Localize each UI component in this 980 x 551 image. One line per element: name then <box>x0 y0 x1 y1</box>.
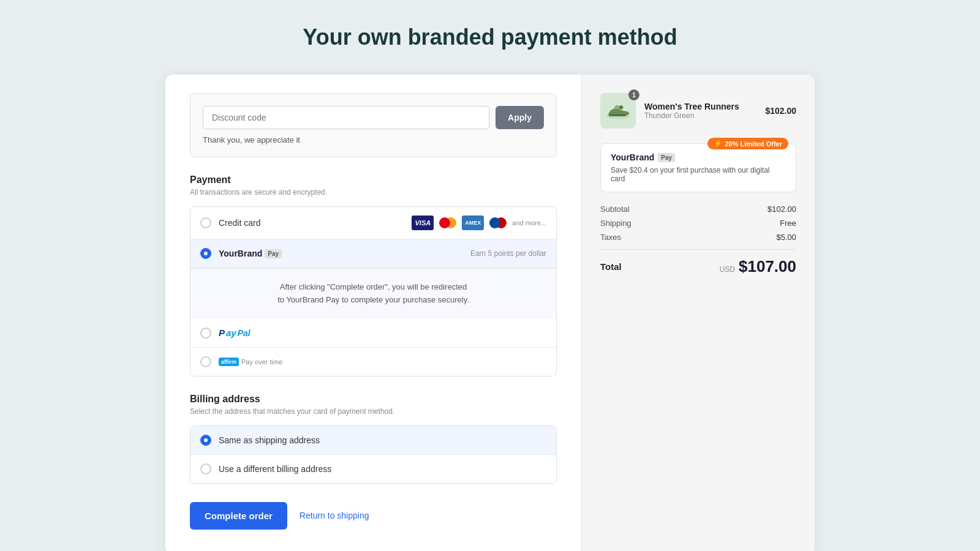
and-more-text: and more... <box>512 219 546 227</box>
action-row: Complete order Return to shipping <box>190 502 557 530</box>
billing-section: Billing address Select the address that … <box>190 394 557 484</box>
visa-icon: VISA <box>412 216 434 230</box>
total-amount: $107.00 <box>739 257 796 276</box>
subtotal-value: $102.00 <box>767 204 796 214</box>
discount-section: Apply Thank you, we appreciate it <box>190 93 557 157</box>
taxes-label: Taxes <box>600 233 621 242</box>
subtotal-label: Subtotal <box>600 204 630 214</box>
promo-logo-row: YourBrand Pay <box>611 152 786 162</box>
yourbrand-pay-badge: Pay <box>265 249 282 258</box>
discount-input[interactable] <box>203 106 489 129</box>
radio-same-shipping <box>200 435 211 446</box>
radio-different-billing <box>200 463 211 474</box>
shipping-row: Shipping Free <box>600 219 796 228</box>
different-billing-label: Use a different billing address <box>219 464 331 474</box>
affirm-badge: affirm Pay over time <box>219 358 282 366</box>
paypal-p-blue: P <box>219 328 225 338</box>
promo-badge: ⚡ 20% Limited Offer <box>707 138 788 149</box>
billing-section-subtitle: Select the address that matches your car… <box>190 407 557 416</box>
payment-options: Credit card VISA AMEX <box>190 206 557 377</box>
radio-affirm <box>200 356 211 367</box>
product-quantity-badge: 1 <box>628 89 639 100</box>
total-row: Total USD $107.00 <box>600 257 796 276</box>
radio-credit-card <box>200 217 211 228</box>
promo-banner: ⚡ 20% Limited Offer YourBrand Pay Save $… <box>600 143 796 192</box>
amex-icon: AMEX <box>462 216 484 230</box>
billing-option-same[interactable]: Same as shipping address <box>190 426 556 455</box>
payment-option-yourbrand[interactable]: YourBrand Pay Earn 5 points per dollar <box>190 239 556 268</box>
promo-badge-text: 20% Limited Offer <box>725 140 782 148</box>
payment-section-subtitle: All transactions are secure and encrypte… <box>190 188 557 197</box>
promo-pay-badge: Pay <box>658 153 675 162</box>
product-image-wrap: 1 <box>600 93 636 129</box>
billing-option-different[interactable]: Use a different billing address <box>190 455 556 483</box>
discount-thank-you: Thank you, we appreciate it <box>203 135 544 144</box>
order-summary: Subtotal $102.00 Shipping Free Taxes $5.… <box>600 204 796 276</box>
yourbrand-brand-text: YourBrand <box>219 249 262 258</box>
shoe-svg <box>605 100 631 122</box>
paypal-logo: P ay Pal <box>219 328 251 338</box>
checkout-container: Apply Thank you, we appreciate it Paymen… <box>165 75 815 551</box>
billing-section-title: Billing address <box>190 394 557 405</box>
affirm-pay-text: Pay over time <box>241 358 282 365</box>
mastercard-icon <box>437 216 459 230</box>
yourbrand-expanded-line2: to YourBrand Pay to complete your purcha… <box>215 294 532 307</box>
taxes-value: $5.00 <box>776 233 796 242</box>
billing-options: Same as shipping address Use a different… <box>190 425 557 484</box>
total-label: Total <box>600 261 622 272</box>
promo-brand-name: YourBrand <box>611 152 654 162</box>
shipping-value: Free <box>780 219 796 228</box>
complete-order-button[interactable]: Complete order <box>190 502 287 530</box>
product-row: 1 Women's Tree Runners Thunder Green $10… <box>600 93 796 129</box>
same-shipping-label: Same as shipping address <box>219 435 320 445</box>
product-variant: Thunder Green <box>644 111 756 120</box>
total-currency: USD <box>720 265 735 274</box>
right-panel: 1 Women's Tree Runners Thunder Green $10… <box>582 75 815 551</box>
summary-divider <box>600 249 796 250</box>
svg-rect-1 <box>609 114 626 116</box>
radio-paypal <box>200 328 211 339</box>
paypal-text: Pal <box>238 328 251 338</box>
subtotal-row: Subtotal $102.00 <box>600 204 796 214</box>
yourbrand-expanded-line1: After clicking "Complete order", you wil… <box>215 281 532 294</box>
left-panel: Apply Thank you, we appreciate it Paymen… <box>165 75 582 551</box>
payment-section-title: Payment <box>190 174 557 186</box>
payment-option-affirm[interactable]: affirm Pay over time <box>190 348 556 376</box>
affirm-icon: affirm <box>219 358 239 366</box>
card-icons: VISA AMEX <box>412 216 546 230</box>
credit-card-label: Credit card <box>219 218 412 228</box>
yourbrand-logo: YourBrand Pay <box>219 249 282 258</box>
apply-button[interactable]: Apply <box>496 106 544 129</box>
shipping-label: Shipping <box>600 219 631 228</box>
paypal-p-light: ay <box>226 328 236 338</box>
radio-yourbrand <box>200 248 211 259</box>
promo-save-text: Save $20.4 on your first purchase with o… <box>611 166 786 183</box>
yourbrand-expanded: After clicking "Complete order", you wil… <box>190 268 556 319</box>
payment-option-paypal[interactable]: P ay Pal <box>190 319 556 348</box>
earn-points-text: Earn 5 points per dollar <box>470 249 546 258</box>
taxes-row: Taxes $5.00 <box>600 233 796 242</box>
promo-icon: ⚡ <box>714 140 722 148</box>
product-info: Women's Tree Runners Thunder Green <box>644 102 756 120</box>
page-title: Your own branded payment method <box>303 24 677 50</box>
total-amount-wrap: USD $107.00 <box>720 257 796 276</box>
maestro-icon <box>487 216 509 230</box>
product-name: Women's Tree Runners <box>644 102 756 111</box>
payment-option-credit-card[interactable]: Credit card VISA AMEX <box>190 207 556 239</box>
product-price: $102.00 <box>765 106 796 116</box>
payment-section: Payment All transactions are secure and … <box>190 174 557 377</box>
return-to-shipping-link[interactable]: Return to shipping <box>300 511 369 520</box>
